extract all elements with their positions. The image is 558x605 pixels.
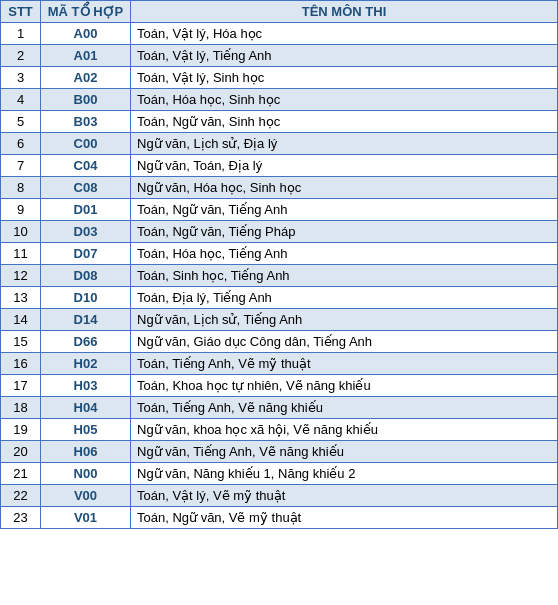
table-row: 15D66Ngữ văn, Giáo dục Công dân, Tiếng A… — [1, 331, 558, 353]
cell-stt: 11 — [1, 243, 41, 265]
cell-ten: Toán, Vật lý, Tiếng Anh — [131, 45, 558, 67]
cell-stt: 15 — [1, 331, 41, 353]
cell-stt: 6 — [1, 133, 41, 155]
cell-ten: Toán, Địa lý, Tiếng Anh — [131, 287, 558, 309]
cell-ten: Ngữ văn, Lịch sử, Địa lý — [131, 133, 558, 155]
cell-stt: 21 — [1, 463, 41, 485]
cell-ten: Ngữ văn, khoa học xã hội, Vẽ năng khiếu — [131, 419, 558, 441]
table-row: 16H02Toán, Tiếng Anh, Vẽ mỹ thuật — [1, 353, 558, 375]
cell-ma: H02 — [41, 353, 131, 375]
cell-stt: 22 — [1, 485, 41, 507]
cell-ma: D08 — [41, 265, 131, 287]
cell-ten: Toán, Ngữ văn, Sinh học — [131, 111, 558, 133]
cell-ten: Toán, Sinh học, Tiếng Anh — [131, 265, 558, 287]
cell-stt: 5 — [1, 111, 41, 133]
cell-stt: 19 — [1, 419, 41, 441]
cell-ma: D10 — [41, 287, 131, 309]
cell-stt: 8 — [1, 177, 41, 199]
col-header-ten: TÊN MÔN THI — [131, 1, 558, 23]
col-header-ma: MÃ TỔ HỢP — [41, 1, 131, 23]
table-row: 5B03Toán, Ngữ văn, Sinh học — [1, 111, 558, 133]
col-header-stt: STT — [1, 1, 41, 23]
cell-ma: A00 — [41, 23, 131, 45]
cell-ma: D01 — [41, 199, 131, 221]
cell-stt: 13 — [1, 287, 41, 309]
table-row: 20H06Ngữ văn, Tiếng Anh, Vẽ năng khiếu — [1, 441, 558, 463]
cell-ten: Toán, Vật lý, Vẽ mỹ thuật — [131, 485, 558, 507]
table-header-row: STT MÃ TỔ HỢP TÊN MÔN THI — [1, 1, 558, 23]
cell-ten: Toán, Ngữ văn, Tiếng Anh — [131, 199, 558, 221]
table-row: 6C00Ngữ văn, Lịch sử, Địa lý — [1, 133, 558, 155]
cell-ma: N00 — [41, 463, 131, 485]
cell-ma: C04 — [41, 155, 131, 177]
cell-ten: Toán, Hóa học, Tiếng Anh — [131, 243, 558, 265]
cell-stt: 23 — [1, 507, 41, 529]
cell-ma: D03 — [41, 221, 131, 243]
cell-ma: B03 — [41, 111, 131, 133]
table-row: 7C04Ngữ văn, Toán, Địa lý — [1, 155, 558, 177]
table-row: 11D07Toán, Hóa học, Tiếng Anh — [1, 243, 558, 265]
cell-ten: Ngữ văn, Hóa học, Sinh học — [131, 177, 558, 199]
cell-ten: Toán, Tiếng Anh, Vẽ năng khiếu — [131, 397, 558, 419]
cell-stt: 18 — [1, 397, 41, 419]
table-row: 14D14Ngữ văn, Lịch sử, Tiếng Anh — [1, 309, 558, 331]
cell-ma: D66 — [41, 331, 131, 353]
cell-ten: Toán, Ngữ văn, Tiếng Pháp — [131, 221, 558, 243]
cell-ma: C00 — [41, 133, 131, 155]
cell-ten: Toán, Vật lý, Sinh học — [131, 67, 558, 89]
cell-ma: H06 — [41, 441, 131, 463]
cell-ma: B00 — [41, 89, 131, 111]
table-row: 1A00Toán, Vật lý, Hóa học — [1, 23, 558, 45]
table-row: 23V01Toán, Ngữ văn, Vẽ mỹ thuật — [1, 507, 558, 529]
cell-stt: 17 — [1, 375, 41, 397]
table-row: 12D08Toán, Sinh học, Tiếng Anh — [1, 265, 558, 287]
table-row: 3A02Toán, Vật lý, Sinh học — [1, 67, 558, 89]
cell-ma: V01 — [41, 507, 131, 529]
cell-stt: 7 — [1, 155, 41, 177]
table-row: 18H04Toán, Tiếng Anh, Vẽ năng khiếu — [1, 397, 558, 419]
cell-stt: 2 — [1, 45, 41, 67]
cell-ten: Ngữ văn, Giáo dục Công dân, Tiếng Anh — [131, 331, 558, 353]
table-row: 22V00Toán, Vật lý, Vẽ mỹ thuật — [1, 485, 558, 507]
cell-ten: Toán, Hóa học, Sinh học — [131, 89, 558, 111]
table-row: 8C08Ngữ văn, Hóa học, Sinh học — [1, 177, 558, 199]
cell-ten: Ngữ văn, Lịch sử, Tiếng Anh — [131, 309, 558, 331]
table-row: 9D01Toán, Ngữ văn, Tiếng Anh — [1, 199, 558, 221]
cell-ten: Toán, Tiếng Anh, Vẽ mỹ thuật — [131, 353, 558, 375]
cell-ten: Ngữ văn, Tiếng Anh, Vẽ năng khiếu — [131, 441, 558, 463]
cell-stt: 4 — [1, 89, 41, 111]
table-row: 2A01Toán, Vật lý, Tiếng Anh — [1, 45, 558, 67]
cell-ten: Toán, Ngữ văn, Vẽ mỹ thuật — [131, 507, 558, 529]
cell-stt: 1 — [1, 23, 41, 45]
cell-stt: 3 — [1, 67, 41, 89]
table-row: 13D10Toán, Địa lý, Tiếng Anh — [1, 287, 558, 309]
table-row: 19H05Ngữ văn, khoa học xã hội, Vẽ năng k… — [1, 419, 558, 441]
subject-combination-table: STT MÃ TỔ HỢP TÊN MÔN THI 1A00Toán, Vật … — [0, 0, 558, 529]
cell-ma: A01 — [41, 45, 131, 67]
cell-stt: 20 — [1, 441, 41, 463]
cell-stt: 14 — [1, 309, 41, 331]
cell-ten: Toán, Vật lý, Hóa học — [131, 23, 558, 45]
cell-ma: H03 — [41, 375, 131, 397]
cell-stt: 16 — [1, 353, 41, 375]
cell-ma: H05 — [41, 419, 131, 441]
cell-stt: 9 — [1, 199, 41, 221]
cell-stt: 10 — [1, 221, 41, 243]
cell-ma: H04 — [41, 397, 131, 419]
table-row: 4B00Toán, Hóa học, Sinh học — [1, 89, 558, 111]
cell-ten: Toán, Khoa học tự nhiên, Vẽ năng khiếu — [131, 375, 558, 397]
table-row: 10D03Toán, Ngữ văn, Tiếng Pháp — [1, 221, 558, 243]
cell-ten: Ngữ văn, Năng khiếu 1, Năng khiếu 2 — [131, 463, 558, 485]
table-row: 17H03Toán, Khoa học tự nhiên, Vẽ năng kh… — [1, 375, 558, 397]
cell-ma: V00 — [41, 485, 131, 507]
cell-ma: C08 — [41, 177, 131, 199]
cell-ten: Ngữ văn, Toán, Địa lý — [131, 155, 558, 177]
cell-ma: D07 — [41, 243, 131, 265]
cell-ma: A02 — [41, 67, 131, 89]
cell-stt: 12 — [1, 265, 41, 287]
table-row: 21N00Ngữ văn, Năng khiếu 1, Năng khiếu 2 — [1, 463, 558, 485]
cell-ma: D14 — [41, 309, 131, 331]
